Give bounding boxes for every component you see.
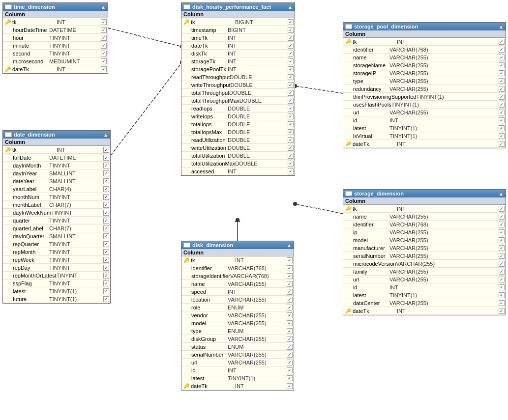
table-row: url VARCHAR(255) [343,109,506,116]
table-row: 🔑 tk INT [343,38,506,46]
table-row: yearLabel CHAR(4) [3,185,110,193]
table-row: microsecond MEDIUMINT [3,57,108,65]
table-row: manufacturer VARCHAR(255) [343,244,506,252]
table-icon [5,4,12,9]
table-row: sspFlag TINYINT [3,280,110,287]
table-row: redundancy VARCHAR(255) [343,85,506,93]
table-row: latest TINYINT(1) [3,287,110,295]
table-row: storageIP VARCHAR(255) [343,69,506,77]
table-row: hourDateTime DATETIME [3,26,108,34]
table-row: family VARCHAR(255) [343,268,506,276]
col-header: Column [181,11,295,18]
table-row: url VARCHAR(255) [343,276,506,283]
table-row: dayInMonth TINYINT [3,162,110,169]
table-row: speed INT [181,288,294,296]
svg-line-0 [108,28,182,47]
storage-dimension-table: storage_dimension ▲ Column 🔑 tk INT name… [343,189,506,315]
col-header: Column [181,249,294,256]
table-row: monthLabel CHAR(7) [3,201,110,209]
table-row: diskGroup VARCHAR(255) [181,335,294,343]
table-row: storagePoolTk INT [181,65,295,73]
table-row: totalThroughputMax DOUBLE [181,97,295,105]
table-icon [183,4,190,9]
table-row: dayInQuarter SMALLINT [3,232,110,240]
table-row: dayInYear SMALLINT [3,169,110,177]
table-row: url VARCHAR(255) [181,359,294,366]
storage-pool-dimension-table: storage_pool_dimension ▲ Column 🔑 tk INT… [343,22,506,148]
storage-dimension-header: storage_dimension ▲ [343,190,506,197]
table-row: minute TINYINT [3,42,108,50]
table-row: dateYear SMALLINT [3,177,110,185]
table-row: model VARCHAR(255) [343,236,506,244]
date-dimension-header: date_dimension ▲ [3,131,110,139]
table-row: totalIops DOUBLE [181,120,295,128]
svg-line-6 [295,204,343,214]
table-row: model VARCHAR(255) [181,319,294,327]
table-row: serialNumber VARCHAR(255) [181,351,294,359]
storage-pool-header: storage_pool_dimension ▲ [343,23,506,30]
table-icon [5,132,12,137]
table-row: 🔑 dateTk INT [343,140,506,148]
table-row: latest TINYINT(1) [343,291,506,299]
table-row: fullDate DATETIME [3,154,110,162]
table-row: id INT [181,366,294,374]
table-row: quarter TINYINT [3,217,110,224]
table-row: 🔑 tk INT [181,256,294,264]
table-row: name VARCHAR(255) [181,280,294,288]
table-row: totalUtilization DOUBLE [181,152,295,160]
table-row: storageTk INT [181,57,295,65]
col-header: Column [343,197,506,205]
table-row: readThroughput DOUBLE [181,73,295,81]
table-row: writeThroughput DOUBLE [181,81,295,89]
table-row: id INT [343,116,506,124]
table-row: timeTk INT [181,34,295,42]
time-dimension-table: time_dimension ▲ Column 🔑 tk INT hourDat… [2,2,108,74]
table-icon [345,191,352,196]
table-row: writeUtilization DOUBLE [181,144,295,152]
table-row: accessed INT [181,168,295,175]
table-row: timestamp BIGINT [181,26,295,34]
table-row: type ENUM [181,327,294,335]
table-row: type VARCHAR(255) [343,77,506,85]
time-dimension-header: time_dimension ▲ [3,3,108,11]
table-row: latest TINYINT(1) [343,124,506,132]
table-row: dayInWeekNum TINYINT [3,209,110,217]
fact-table-header: disk_hourly_performance_fact ▲ [181,3,295,11]
table-row: identifier VARCHAR(768) [181,264,294,272]
table-row: repDay TINYINT [3,264,110,272]
table-row: location VARCHAR(255) [181,296,294,304]
table-row: quarterLabel CHAR(7) [3,224,110,232]
table-row: name VARCHAR(255) [343,213,506,221]
table-row: identifier VARCHAR(768) [343,221,506,228]
table-row: writeIops DOUBLE [181,112,295,120]
table-row: monthNum TINYINT [3,193,110,201]
table-row: 🔑 dateTk INT [343,307,506,315]
svg-line-10 [235,219,238,222]
date-dimension-table: date_dimension ▲ Column 🔑 tk INT fullDat… [2,130,111,304]
table-row: readUtilization DOUBLE [181,136,295,144]
table-row: dateTk INT [181,42,295,50]
table-row: 🔑 tk INT [343,205,506,213]
table-row: second TINYINT [3,50,108,57]
table-row: 🔑 tk INT [3,146,110,154]
table-row: totalIopsMax DOUBLE [181,128,295,136]
table-row: status ENUM [181,343,294,351]
table-row: repQuarter TINYINT [3,240,110,248]
table-row: future TINYINT(1) [3,295,110,303]
svg-point-7 [293,202,297,206]
table-row: storageIdentifier VARCHAR(768) [181,272,294,280]
table-row: identifier VARCHAR(768) [343,46,506,54]
table-icon [183,243,190,248]
table-row: totalUtilizationMax DOUBLE [181,160,295,168]
table-row: usesFlashPools TINYINT(1) [343,101,506,109]
table-row: role ENUM [181,304,294,311]
disk-dimension-header: disk_dimension ▲ [181,241,294,249]
table-row: readIops DOUBLE [181,105,295,112]
col-header: Column [343,30,506,38]
svg-point-9 [236,218,239,222]
table-row: totalThroughput DOUBLE [181,89,295,97]
table-row: repWeek TINYINT [3,256,110,264]
table-row: microcodeVersion VARCHAR(255) [343,260,506,268]
table-row: latest TINYINT(1) [181,374,294,382]
col-header: Column [3,139,110,146]
